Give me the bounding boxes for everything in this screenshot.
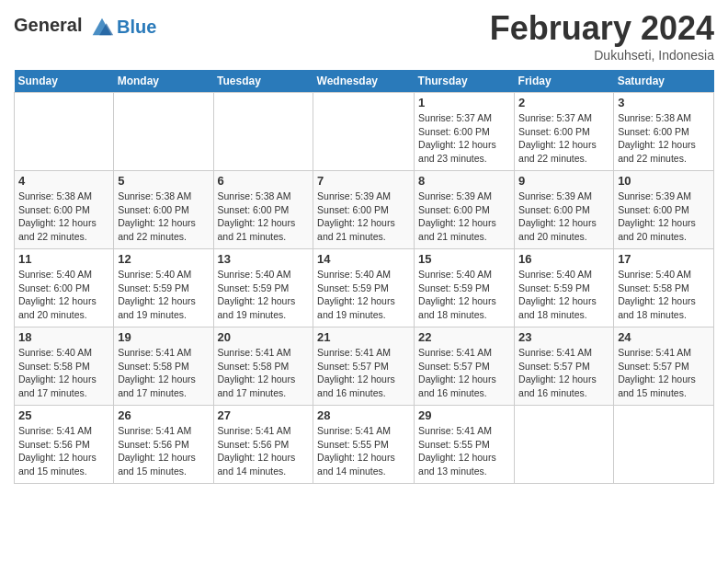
day-number: 19 [118,330,209,344]
day-number: 3 [618,96,710,109]
calendar-cell: 11Sunrise: 5:40 AMSunset: 6:00 PMDayligh… [15,249,114,327]
week-row-4: 25Sunrise: 5:41 AMSunset: 5:56 PMDayligh… [15,406,714,484]
day-detail: Sunrise: 5:41 AMSunset: 5:57 PMDaylight:… [317,346,410,400]
day-number: 29 [418,408,510,422]
day-detail: Sunrise: 5:41 AMSunset: 5:57 PMDaylight:… [518,346,609,400]
logo-icon [89,14,115,40]
day-detail: Sunrise: 5:41 AMSunset: 5:55 PMDaylight:… [317,424,410,478]
day-number: 24 [618,330,710,344]
day-number: 10 [618,174,710,188]
day-number: 14 [317,252,410,266]
header: General Blue February 2024 Dukuhseti, In… [14,9,714,63]
calendar-cell: 24Sunrise: 5:41 AMSunset: 5:57 PMDayligh… [614,327,714,406]
calendar-cell [114,93,213,171]
day-detail: Sunrise: 5:39 AMSunset: 6:00 PMDaylight:… [618,190,710,244]
calendar-cell [515,406,614,484]
day-number: 27 [218,408,310,422]
calendar-cell: 14Sunrise: 5:40 AMSunset: 5:59 PMDayligh… [313,249,415,327]
day-number: 12 [118,252,209,266]
logo-blue: Blue [117,17,156,38]
header-sunday: Sunday [15,70,114,93]
calendar-cell: 27Sunrise: 5:41 AMSunset: 5:56 PMDayligh… [213,406,313,484]
calendar-cell: 5Sunrise: 5:38 AMSunset: 6:00 PMDaylight… [114,171,213,249]
day-detail: Sunrise: 5:38 AMSunset: 6:00 PMDaylight:… [618,111,710,166]
day-number: 20 [218,330,310,344]
calendar-cell: 15Sunrise: 5:40 AMSunset: 5:59 PMDayligh… [415,249,515,327]
day-detail: Sunrise: 5:38 AMSunset: 6:00 PMDaylight:… [18,190,109,244]
day-number: 8 [418,174,510,188]
calendar-cell: 8Sunrise: 5:39 AMSunset: 6:00 PMDaylight… [415,171,515,249]
calendar-cell: 23Sunrise: 5:41 AMSunset: 5:57 PMDayligh… [515,327,614,406]
calendar-cell [15,93,114,171]
calendar-cell [614,406,714,484]
day-number: 7 [317,174,410,188]
day-detail: Sunrise: 5:40 AMSunset: 5:58 PMDaylight:… [18,346,109,400]
calendar-cell: 16Sunrise: 5:40 AMSunset: 5:59 PMDayligh… [515,249,614,327]
title-area: February 2024 Dukuhseti, Indonesia [490,9,714,63]
day-detail: Sunrise: 5:39 AMSunset: 6:00 PMDaylight:… [317,190,410,244]
day-detail: Sunrise: 5:40 AMSunset: 5:59 PMDaylight:… [317,268,410,322]
day-detail: Sunrise: 5:40 AMSunset: 5:59 PMDaylight:… [418,268,510,322]
calendar-cell: 18Sunrise: 5:40 AMSunset: 5:58 PMDayligh… [15,327,114,406]
calendar-cell: 12Sunrise: 5:40 AMSunset: 5:59 PMDayligh… [114,249,213,327]
day-number: 25 [18,408,109,422]
day-number: 26 [118,408,209,422]
day-number: 18 [18,330,109,344]
day-detail: Sunrise: 5:40 AMSunset: 5:59 PMDaylight:… [218,268,310,322]
day-detail: Sunrise: 5:41 AMSunset: 5:55 PMDaylight:… [418,424,510,478]
day-detail: Sunrise: 5:41 AMSunset: 5:58 PMDaylight:… [118,346,209,400]
calendar-table: SundayMondayTuesdayWednesdayThursdayFrid… [14,70,714,484]
day-detail: Sunrise: 5:41 AMSunset: 5:56 PMDaylight:… [218,424,310,478]
calendar-cell: 1Sunrise: 5:37 AMSunset: 6:00 PMDaylight… [415,93,515,171]
calendar-cell: 9Sunrise: 5:39 AMSunset: 6:00 PMDaylight… [515,171,614,249]
calendar-cell [313,93,415,171]
day-detail: Sunrise: 5:38 AMSunset: 6:00 PMDaylight:… [118,190,209,244]
calendar-cell: 4Sunrise: 5:38 AMSunset: 6:00 PMDaylight… [15,171,114,249]
day-number: 17 [618,252,710,266]
day-number: 22 [418,330,510,344]
calendar-cell: 21Sunrise: 5:41 AMSunset: 5:57 PMDayligh… [313,327,415,406]
calendar-cell: 17Sunrise: 5:40 AMSunset: 5:58 PMDayligh… [614,249,714,327]
day-detail: Sunrise: 5:40 AMSunset: 5:59 PMDaylight:… [118,268,209,322]
day-number: 5 [118,174,209,188]
calendar-header-row: SundayMondayTuesdayWednesdayThursdayFrid… [15,70,714,93]
day-detail: Sunrise: 5:37 AMSunset: 6:00 PMDaylight:… [518,111,609,166]
month-title: February 2024 [490,9,714,48]
day-detail: Sunrise: 5:41 AMSunset: 5:58 PMDaylight:… [218,346,310,400]
day-detail: Sunrise: 5:41 AMSunset: 5:56 PMDaylight:… [18,424,109,478]
calendar-cell: 28Sunrise: 5:41 AMSunset: 5:55 PMDayligh… [313,406,415,484]
calendar-cell: 13Sunrise: 5:40 AMSunset: 5:59 PMDayligh… [213,249,313,327]
day-number: 16 [518,252,609,266]
calendar-cell: 22Sunrise: 5:41 AMSunset: 5:57 PMDayligh… [415,327,515,406]
day-detail: Sunrise: 5:39 AMSunset: 6:00 PMDaylight:… [518,190,609,244]
header-wednesday: Wednesday [313,70,415,93]
day-number: 2 [518,96,609,109]
calendar-cell: 25Sunrise: 5:41 AMSunset: 5:56 PMDayligh… [15,406,114,484]
week-row-1: 4Sunrise: 5:38 AMSunset: 6:00 PMDaylight… [15,171,714,249]
calendar-cell: 3Sunrise: 5:38 AMSunset: 6:00 PMDaylight… [614,93,714,171]
week-row-2: 11Sunrise: 5:40 AMSunset: 6:00 PMDayligh… [15,249,714,327]
calendar-cell: 10Sunrise: 5:39 AMSunset: 6:00 PMDayligh… [614,171,714,249]
day-number: 4 [18,174,109,188]
day-detail: Sunrise: 5:38 AMSunset: 6:00 PMDaylight:… [218,190,310,244]
header-friday: Friday [515,70,614,93]
day-number: 11 [18,252,109,266]
day-detail: Sunrise: 5:40 AMSunset: 5:58 PMDaylight:… [618,268,710,322]
calendar-cell: 20Sunrise: 5:41 AMSunset: 5:58 PMDayligh… [213,327,313,406]
subtitle: Dukuhseti, Indonesia [490,48,714,63]
day-number: 9 [518,174,609,188]
day-detail: Sunrise: 5:37 AMSunset: 6:00 PMDaylight:… [418,111,510,166]
day-detail: Sunrise: 5:40 AMSunset: 6:00 PMDaylight:… [18,268,109,322]
header-thursday: Thursday [415,70,515,93]
logo: General Blue [14,14,156,40]
calendar-cell: 6Sunrise: 5:38 AMSunset: 6:00 PMDaylight… [213,171,313,249]
calendar-cell: 19Sunrise: 5:41 AMSunset: 5:58 PMDayligh… [114,327,213,406]
day-number: 23 [518,330,609,344]
calendar-cell: 2Sunrise: 5:37 AMSunset: 6:00 PMDaylight… [515,93,614,171]
calendar-cell [213,93,313,171]
day-detail: Sunrise: 5:40 AMSunset: 5:59 PMDaylight:… [518,268,609,322]
day-number: 28 [317,408,410,422]
calendar-cell: 26Sunrise: 5:41 AMSunset: 5:56 PMDayligh… [114,406,213,484]
calendar-cell: 7Sunrise: 5:39 AMSunset: 6:00 PMDaylight… [313,171,415,249]
day-number: 15 [418,252,510,266]
